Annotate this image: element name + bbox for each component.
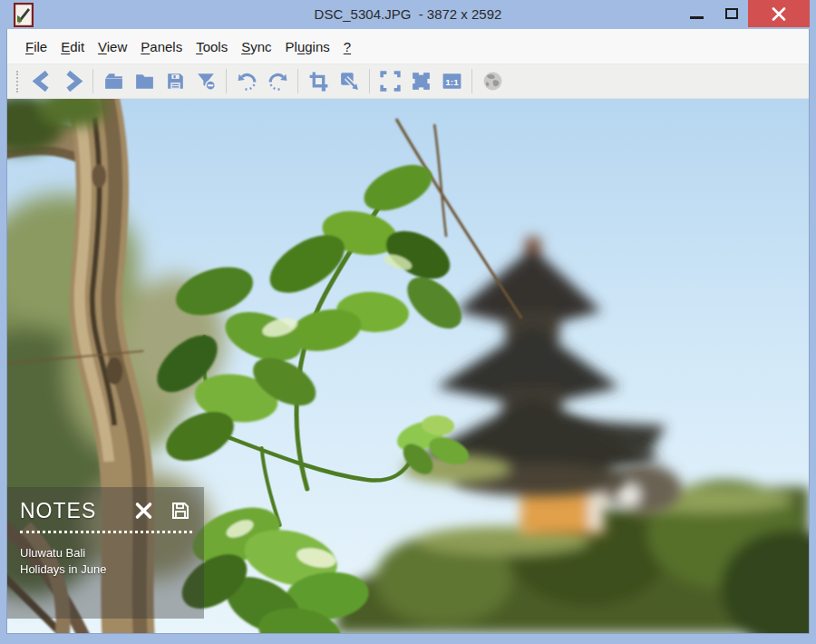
maximize-button[interactable] — [714, 0, 748, 27]
close-button[interactable] — [748, 0, 810, 27]
rotate-ccw-button[interactable] — [231, 68, 262, 95]
toolbar-separator — [471, 69, 472, 93]
open-folder-button[interactable] — [98, 68, 129, 95]
one-to-one-button[interactable]: 1:1 — [436, 68, 467, 95]
notes-panel[interactable]: NOTES — [7, 487, 204, 619]
minimize-icon — [690, 16, 704, 19]
notes-actions — [134, 502, 191, 520]
toolbar: 1:1 — [7, 64, 809, 99]
crop-button[interactable] — [303, 68, 334, 95]
resize-button[interactable] — [334, 68, 364, 95]
fill-frame-icon — [410, 70, 432, 93]
menu-item-tools[interactable]: Tools — [196, 39, 228, 54]
rotate-cw-icon — [267, 70, 289, 93]
toolbar-separator — [226, 69, 227, 93]
save-icon — [164, 70, 187, 93]
folder-icon — [133, 70, 156, 93]
notes-line: Uluwatu Bali — [20, 545, 191, 561]
maximize-icon — [725, 8, 738, 19]
notes-text[interactable]: Uluwatu Bali Holidays in June — [20, 545, 191, 578]
menu-item-plugins[interactable]: Plugins — [286, 39, 330, 54]
notes-title: NOTES — [20, 499, 96, 522]
toolbar-separator — [92, 69, 93, 93]
menu-item-sync[interactable]: Sync — [241, 39, 271, 54]
menu-item-help[interactable]: ? — [344, 39, 351, 54]
toolbar-separator — [369, 69, 370, 93]
one-to-one-icon: 1:1 — [441, 70, 463, 93]
image-canvas[interactable]: NOTES — [7, 99, 809, 633]
menu-item-edit[interactable]: Edit — [61, 39, 84, 54]
folder-button[interactable] — [129, 68, 160, 95]
menubar: FileEditViewPanelsToolsSyncPlugins? — [7, 29, 809, 64]
toolbar-separator — [297, 69, 298, 93]
toolbar-grip[interactable] — [16, 71, 18, 93]
previous-icon — [31, 70, 53, 93]
fit-window-icon — [379, 70, 402, 93]
globe-icon — [481, 70, 504, 93]
close-icon — [772, 7, 786, 21]
notes-close-button[interactable] — [134, 502, 153, 520]
resize-icon — [338, 70, 361, 93]
save-icon — [171, 502, 189, 520]
next-icon — [62, 70, 84, 93]
menu-item-panels[interactable]: Panels — [141, 39, 182, 54]
fit-window-button[interactable] — [374, 68, 405, 95]
app-window: DSC_5304.JPG - 3872 x 2592 FileEditViewP… — [0, 0, 816, 644]
client-area: FileEditViewPanelsToolsSyncPlugins? — [6, 29, 810, 634]
menu-item-file[interactable]: File — [25, 39, 47, 54]
filter-button[interactable] — [190, 68, 221, 95]
next-button[interactable] — [57, 68, 88, 95]
previous-button[interactable] — [26, 68, 57, 95]
fill-frame-button[interactable] — [405, 68, 436, 95]
rotate-ccw-icon — [236, 70, 258, 93]
globe-button — [477, 68, 508, 95]
minimize-button[interactable] — [678, 0, 714, 27]
menu-item-view[interactable]: View — [98, 39, 127, 54]
crop-icon — [307, 70, 330, 93]
filter-icon — [195, 70, 218, 93]
close-icon — [134, 502, 153, 520]
open-folder-icon — [102, 70, 125, 93]
notes-header: NOTES — [20, 499, 191, 522]
notes-line: Holidays in June — [20, 561, 191, 578]
titlebar[interactable]: DSC_5304.JPG - 3872 x 2592 — [0, 0, 816, 29]
notes-divider — [20, 531, 192, 533]
notes-save-button[interactable] — [171, 502, 189, 520]
save-button[interactable] — [160, 68, 190, 95]
window-controls — [678, 0, 810, 27]
rotate-cw-button[interactable] — [262, 68, 293, 95]
svg-text:1:1: 1:1 — [445, 77, 459, 87]
